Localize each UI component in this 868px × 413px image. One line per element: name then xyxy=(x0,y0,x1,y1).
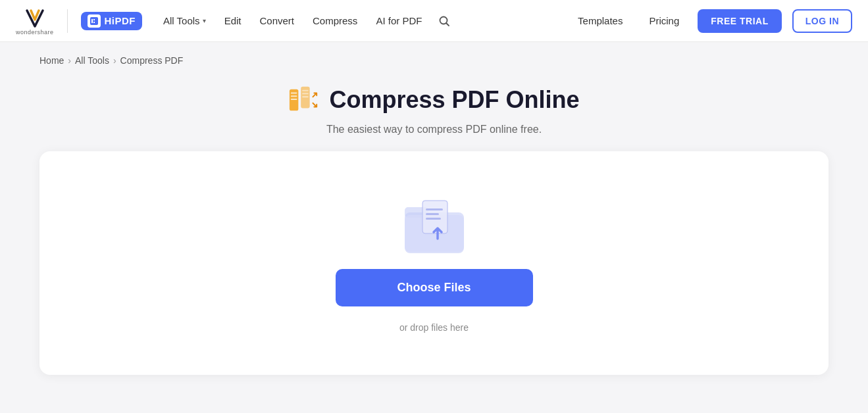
hipdf-logo[interactable]: HiPDF xyxy=(81,12,143,30)
hero-title-container: Compress PDF Online xyxy=(39,84,829,116)
navbar-right: Templates Pricing FREE TRIAL LOG IN xyxy=(570,9,852,33)
nav-templates[interactable]: Templates xyxy=(570,10,630,32)
search-button[interactable] xyxy=(432,9,456,33)
drop-hint-text: or drop files here xyxy=(399,322,469,333)
svg-line-2 xyxy=(447,23,449,26)
hero-subtitle: The easiest way to compress PDF online f… xyxy=(39,124,829,135)
nav-divider xyxy=(67,9,68,33)
svg-rect-9 xyxy=(303,93,309,94)
breadcrumb-home[interactable]: Home xyxy=(39,55,64,66)
nav-compress[interactable]: Compress xyxy=(305,10,365,32)
page-title: Compress PDF Online xyxy=(329,86,579,114)
svg-rect-14 xyxy=(422,201,447,233)
compress-pdf-icon xyxy=(288,84,320,116)
folder-icon xyxy=(401,194,467,253)
nav-links: All Tools ▾ Edit Convert Compress AI for… xyxy=(155,9,456,33)
svg-rect-16 xyxy=(426,208,443,210)
hipdf-label: HiPDF xyxy=(105,15,136,26)
dropzone-card: Choose Files or drop files here xyxy=(39,151,829,375)
nav-edit[interactable]: Edit xyxy=(217,10,249,32)
svg-rect-5 xyxy=(291,95,297,97)
svg-rect-10 xyxy=(303,96,309,97)
chevron-down-icon: ▾ xyxy=(203,17,206,24)
nav-ai-for-pdf[interactable]: AI for PDF xyxy=(368,10,430,32)
wondershare-label: wondershare xyxy=(16,29,54,36)
hipdf-icon xyxy=(88,14,101,28)
svg-point-1 xyxy=(440,16,447,24)
breadcrumb-sep-2: › xyxy=(113,55,116,66)
nav-convert[interactable]: Convert xyxy=(251,10,302,32)
logo-area: wondershare HiPDF xyxy=(16,7,142,36)
svg-rect-17 xyxy=(426,213,439,215)
login-button[interactable]: LOG IN xyxy=(792,9,852,33)
nav-pricing[interactable]: Pricing xyxy=(641,10,687,32)
svg-rect-4 xyxy=(291,92,297,93)
breadcrumb-sep-1: › xyxy=(68,55,71,66)
page-content: Home › All Tools › Compress PDF xyxy=(0,42,868,388)
navbar: wondershare HiPDF All Tools ▾ Edit Conve… xyxy=(0,0,868,42)
free-trial-button[interactable]: FREE TRIAL xyxy=(698,9,781,33)
hero-section: Compress PDF Online The easiest way to c… xyxy=(39,84,829,135)
nav-all-tools[interactable]: All Tools ▾ xyxy=(155,10,214,32)
breadcrumb: Home › All Tools › Compress PDF xyxy=(39,55,829,66)
choose-files-button[interactable]: Choose Files xyxy=(336,269,533,306)
svg-rect-0 xyxy=(90,17,98,25)
wondershare-logo[interactable]: wondershare xyxy=(16,7,54,36)
svg-rect-6 xyxy=(291,99,297,100)
breadcrumb-current: Compress PDF xyxy=(120,55,184,66)
breadcrumb-all-tools[interactable]: All Tools xyxy=(75,55,109,66)
search-icon xyxy=(438,15,450,27)
svg-rect-18 xyxy=(426,218,441,220)
svg-rect-8 xyxy=(303,90,309,91)
